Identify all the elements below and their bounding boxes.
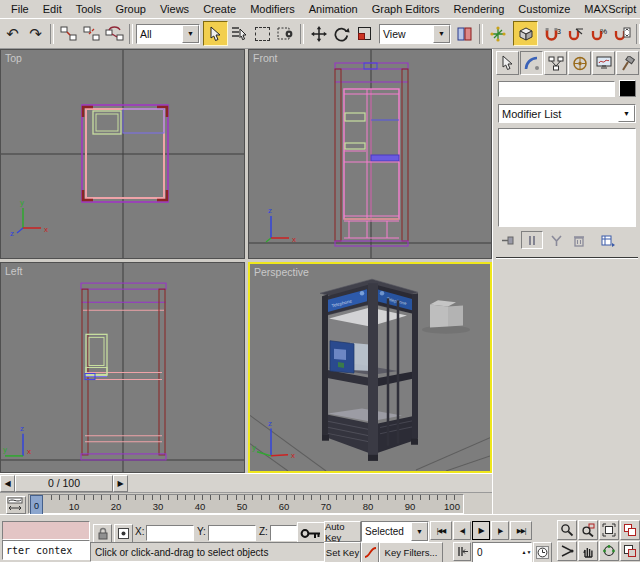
play-button[interactable]: ▶ (472, 521, 490, 540)
snaps-toggle-button[interactable] (513, 21, 538, 46)
viewport-perspective-label[interactable]: Perspective (254, 266, 309, 278)
y-coordinate-field[interactable] (208, 525, 256, 541)
pin-stack-button[interactable] (498, 232, 518, 248)
menu-maxscript[interactable]: MAXScript (577, 2, 640, 16)
pan-button[interactable] (578, 541, 598, 561)
next-frame-button[interactable]: |▶ (491, 521, 509, 540)
min-max-toggle-button[interactable] (620, 541, 640, 561)
select-move-button[interactable] (307, 22, 330, 45)
modifier-stack-list[interactable] (498, 128, 636, 227)
tick-label: 30 (147, 501, 169, 512)
selection-lock-button[interactable] (93, 524, 112, 543)
show-end-result-button[interactable] (521, 231, 543, 249)
use-center-button[interactable] (453, 22, 476, 45)
undo-button[interactable]: ↶ (1, 22, 24, 45)
snap-3d-button[interactable]: 3 (541, 22, 564, 45)
key-filters-button[interactable]: Key Filters... (379, 542, 443, 562)
viewport-top-label[interactable]: Top (5, 52, 22, 64)
viewport-left-label[interactable]: Left (5, 265, 23, 277)
viewport-front-label[interactable]: Front (253, 52, 278, 64)
macro-recorder-pane[interactable] (2, 521, 90, 540)
rectangular-selection-button[interactable] (251, 22, 274, 45)
tab-modify[interactable] (520, 51, 543, 75)
arc-rotate-button[interactable] (599, 541, 619, 561)
tab-create[interactable] (496, 51, 519, 75)
spinner-snap-button[interactable] (610, 22, 633, 45)
select-scale-button[interactable] (353, 22, 376, 45)
tab-hierarchy[interactable] (544, 51, 567, 75)
menu-graph-editors[interactable]: Graph Editors (365, 2, 447, 16)
menu-animation[interactable]: Animation (302, 2, 365, 16)
time-slider-left-arrow[interactable]: ◀ (0, 475, 15, 492)
select-manipulate-button[interactable] (486, 22, 509, 45)
tab-motion[interactable] (568, 51, 591, 75)
mini-curve-editor-button[interactable] (6, 496, 26, 514)
tab-utilities[interactable] (616, 51, 639, 75)
svg-text:x: x (292, 235, 296, 244)
percent-snap-button[interactable]: % (587, 22, 610, 45)
zoom-icon (560, 523, 574, 537)
viewport-front[interactable]: Front (248, 49, 492, 259)
make-unique-button[interactable] (546, 232, 566, 248)
absolute-mode-button[interactable] (114, 524, 133, 543)
angle-snap-button[interactable] (564, 22, 587, 45)
menu-tools[interactable]: Tools (69, 2, 109, 16)
select-by-name-button[interactable] (228, 22, 251, 45)
tab-display[interactable] (592, 51, 615, 75)
object-name-field[interactable] (498, 81, 615, 97)
go-to-end-button[interactable]: ▶▶| (510, 521, 532, 540)
viewport-left[interactable]: Left (0, 262, 245, 473)
menu-create[interactable]: Create (196, 2, 243, 16)
zoom-all-button[interactable] (578, 520, 598, 540)
previous-frame-button[interactable]: ◀| (453, 521, 471, 540)
link-button[interactable] (57, 22, 80, 45)
menu-modifiers[interactable]: Modifiers (243, 2, 302, 16)
absolute-mode-icon (117, 527, 130, 540)
z-coordinate-field[interactable] (270, 525, 297, 541)
maxscript-listener[interactable]: rter contex (2, 540, 90, 560)
field-of-view-button[interactable] (557, 541, 577, 561)
current-frame-marker[interactable]: 0 (30, 495, 43, 516)
select-rotate-button[interactable] (330, 22, 353, 45)
zoom-extents-button[interactable] (599, 520, 619, 540)
menu-customize[interactable]: Customize (511, 2, 577, 16)
reference-coordinate-dropdown[interactable]: View ▼ (379, 24, 451, 44)
viewport-top[interactable]: Top (0, 49, 245, 259)
menu-rendering[interactable]: Rendering (447, 2, 512, 16)
select-object-button[interactable] (203, 21, 228, 46)
unlink-button[interactable] (80, 22, 103, 45)
viewport-perspective[interactable]: Perspective (248, 262, 492, 473)
x-coordinate-field[interactable] (146, 525, 194, 541)
track-bar[interactable]: 10 20 30 40 50 60 70 80 90 100 0 (0, 492, 492, 516)
time-configuration-button[interactable] (533, 542, 552, 562)
zoom-extents-all-button[interactable] (620, 520, 640, 540)
set-key-button[interactable]: Set Key (324, 542, 361, 562)
key-mode-toggle[interactable] (453, 542, 471, 561)
default-tangent-button[interactable] (361, 542, 379, 562)
main-toolbar: ↶ ↷ All ▼ (0, 18, 640, 49)
menu-edit[interactable]: Edit (36, 2, 69, 16)
key-icon (300, 527, 322, 540)
spinner-arrows-icon[interactable]: ▲▼ (522, 549, 531, 556)
object-color-swatch[interactable] (619, 80, 636, 97)
time-slider[interactable]: 0 / 100 (15, 475, 113, 492)
bind-spacewarp-button[interactable] (103, 22, 126, 45)
current-frame-field[interactable]: 0 ▲▼ (472, 542, 532, 562)
zoom-button[interactable] (557, 520, 577, 540)
remove-modifier-button[interactable] (569, 232, 589, 248)
selection-filter-dropdown[interactable]: All ▼ (136, 24, 200, 44)
window-crossing-button[interactable] (274, 22, 297, 45)
go-to-start-button[interactable]: |◀◀ (430, 521, 452, 540)
track-bar-ruler[interactable]: 10 20 30 40 50 60 70 80 90 100 0 (28, 494, 464, 514)
menu-views[interactable]: Views (153, 2, 196, 16)
modifier-list-dropdown[interactable]: Modifier List ▼ (498, 104, 636, 123)
selected-dropdown[interactable]: Selected ▼ (361, 521, 429, 542)
configure-modifier-sets-button[interactable] (598, 232, 618, 248)
menu-group[interactable]: Group (108, 2, 153, 16)
time-slider-right-arrow[interactable]: ▶ (113, 475, 128, 492)
create-icon (500, 55, 515, 71)
menu-file[interactable]: File (4, 2, 36, 16)
auto-key-button[interactable]: Auto Key (324, 521, 361, 542)
redo-button[interactable]: ↷ (24, 22, 47, 45)
svg-text:z: z (268, 419, 272, 428)
